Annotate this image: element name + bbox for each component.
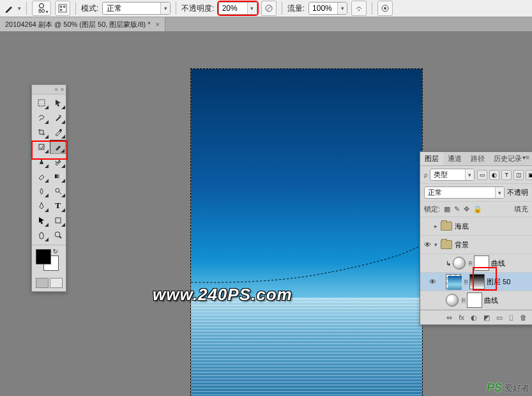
lock-transparent-icon[interactable]: ▩ xyxy=(444,205,450,213)
gradient-tool[interactable] xyxy=(50,169,66,183)
brush-tool[interactable] xyxy=(50,140,66,154)
mask-icon[interactable]: ◐ xyxy=(471,314,477,322)
layer-adjustment-row[interactable]: ↳ ⎘ 曲线 xyxy=(420,254,532,273)
standard-mode-button[interactable] xyxy=(36,278,49,288)
lock-all-icon[interactable]: 🔒 xyxy=(473,205,482,213)
badge-sub: 爱好者 xyxy=(505,383,529,394)
lock-pixels-icon[interactable]: ✎ xyxy=(454,205,460,213)
document-canvas[interactable]: www.240PS.com xyxy=(191,69,422,396)
magic-wand-tool[interactable] xyxy=(50,110,66,125)
history-brush-tool[interactable] xyxy=(50,155,66,169)
eraser-tool[interactable] xyxy=(33,169,49,183)
chevron-down-icon: ▾ xyxy=(465,169,474,180)
canvas-sea-area xyxy=(191,298,422,396)
clone-stamp-tool[interactable] xyxy=(33,155,49,169)
layer-name: 背景 xyxy=(455,240,469,250)
opacity-input[interactable]: 20% ▾ xyxy=(218,2,257,15)
filter-shape-icon[interactable]: ◫ xyxy=(513,170,524,180)
link-icon: ⎘ xyxy=(463,278,469,286)
swap-colors-icon[interactable]: ↺ xyxy=(53,248,58,255)
layer-filter-type[interactable]: 类型 ▾ xyxy=(430,169,475,181)
healing-brush-tool[interactable] xyxy=(33,140,49,154)
lock-label: 锁定: xyxy=(424,204,440,214)
opacity-value: 20% xyxy=(219,3,247,14)
chevron-down-icon: ▼ xyxy=(45,10,49,15)
lasso-tool[interactable] xyxy=(33,110,49,125)
color-picker[interactable]: ↺ xyxy=(32,247,66,276)
pen-tool[interactable] xyxy=(33,199,49,213)
mask-thumbnail[interactable] xyxy=(467,293,482,308)
document-tab[interactable]: 20104264 副本 @ 50% (图层 50, 图层蒙版/8) * × xyxy=(0,17,165,31)
options-bar: ▾ 80 ▼ 模式: 正常 ▾ 不透明度: 20% ▾ 流量: 100% ▾ xyxy=(0,0,532,17)
blur-tool[interactable] xyxy=(33,184,49,198)
filter-type-icon[interactable]: T xyxy=(501,170,512,180)
filter-pixel-icon[interactable]: ▭ xyxy=(477,170,487,180)
tab-layers[interactable]: 图层 xyxy=(420,152,443,165)
blend-mode-value: 正常 xyxy=(103,3,160,14)
close-icon[interactable]: × xyxy=(156,20,160,28)
mask-thumbnail[interactable] xyxy=(474,255,489,271)
fx-icon[interactable]: fx xyxy=(459,314,464,321)
zoom-tool[interactable] xyxy=(50,228,66,242)
visibility-toggle[interactable]: 👁 xyxy=(425,278,439,286)
folder-icon xyxy=(441,240,452,249)
layer-filter-type-value: 类型 xyxy=(430,169,465,180)
new-layer-icon[interactable]: ⌷ xyxy=(509,314,513,321)
type-tool[interactable]: T xyxy=(50,199,66,213)
tool-indicator-brush-icon xyxy=(4,3,14,13)
pressure-opacity-toggle[interactable] xyxy=(261,1,277,16)
link-layers-icon[interactable]: ⇔ xyxy=(446,314,452,322)
layer-name: 曲线 xyxy=(484,296,498,305)
dodge-tool[interactable] xyxy=(50,184,66,198)
layer-thumbnail[interactable] xyxy=(446,274,461,289)
svg-rect-13 xyxy=(55,174,61,178)
chevron-down-icon: ▾ xyxy=(247,3,257,14)
eyedropper-tool[interactable] xyxy=(50,125,66,139)
layer-row-selected[interactable]: 👁 ⎘ 图层 50 xyxy=(420,273,532,291)
blend-mode-dropdown[interactable]: 正常 ▾ xyxy=(102,2,171,15)
filter-smart-icon[interactable]: ▣ xyxy=(526,170,532,180)
brush-preset-picker[interactable]: 80 ▼ xyxy=(32,1,51,16)
chevron-down-icon: ▾ xyxy=(495,187,504,198)
foreground-color-swatch[interactable] xyxy=(36,249,51,264)
pressure-size-toggle[interactable] xyxy=(377,1,393,16)
crop-tool[interactable] xyxy=(33,125,49,139)
marquee-tool[interactable] xyxy=(33,96,49,110)
chevron-down-icon: ▾ xyxy=(160,3,170,14)
lock-position-icon[interactable]: ✥ xyxy=(464,205,469,213)
layer-group-row[interactable]: ▸ 海底 xyxy=(420,217,532,236)
new-group-icon[interactable]: ▭ xyxy=(496,314,503,322)
layer-name: 曲线 xyxy=(491,259,505,268)
chevron-down-icon[interactable]: ▾ xyxy=(18,5,21,11)
move-tool[interactable] xyxy=(50,96,66,110)
svg-rect-4 xyxy=(60,9,62,11)
tab-channels[interactable]: 通道 xyxy=(443,152,466,165)
flow-input[interactable]: 100% ▾ xyxy=(308,2,347,15)
path-selection-tool[interactable] xyxy=(33,213,49,227)
svg-point-10 xyxy=(59,129,62,132)
badge-main: PS xyxy=(487,381,502,395)
svg-rect-15 xyxy=(56,218,61,223)
brush-panel-toggle[interactable] xyxy=(55,1,70,16)
tab-history[interactable]: 历史记录 xyxy=(489,152,526,165)
layers-panel-tabs: 图层 通道 路径 历史记录 ▾≡ xyxy=(420,152,532,166)
mask-thumbnail[interactable] xyxy=(469,274,485,289)
toolbox-header[interactable]: «× xyxy=(32,85,66,95)
link-icon: ⎘ xyxy=(460,297,467,304)
layer-group-row[interactable]: 👁 ▾ 背景 xyxy=(420,236,532,254)
shape-tool[interactable] xyxy=(50,213,66,227)
flow-label: 流量: xyxy=(287,3,305,14)
tab-paths[interactable]: 路径 xyxy=(466,152,489,165)
panel-menu-icon[interactable]: ▾≡ xyxy=(522,154,529,161)
adjustment-layer-icon[interactable]: ◩ xyxy=(483,314,490,322)
layer-blend-mode[interactable]: 正常 ▾ xyxy=(424,187,505,199)
trash-icon[interactable]: 🗑 xyxy=(520,314,527,321)
hand-tool[interactable] xyxy=(33,228,49,242)
filter-adjust-icon[interactable]: ◐ xyxy=(489,170,499,180)
folder-icon xyxy=(441,222,452,231)
airbrush-toggle[interactable] xyxy=(351,1,367,16)
visibility-toggle[interactable]: 👁 xyxy=(420,241,434,248)
layer-adjustment-row[interactable]: ⎘ 曲线 xyxy=(420,291,532,310)
workspace: «× T xyxy=(0,32,532,396)
quickmask-mode-button[interactable] xyxy=(50,278,63,288)
